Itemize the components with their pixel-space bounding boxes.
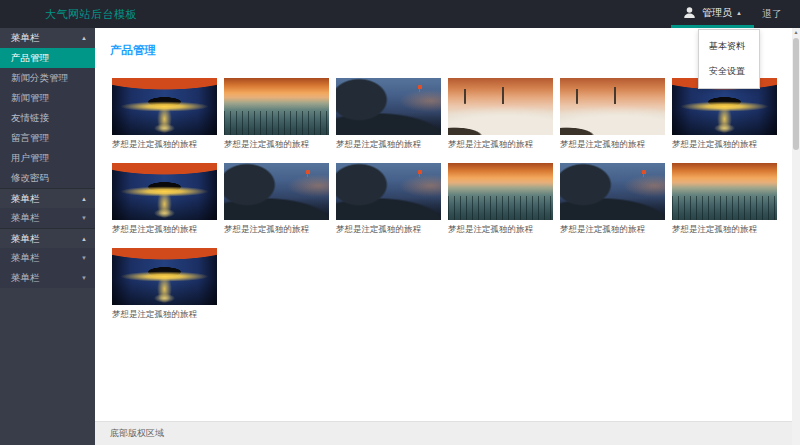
product-card[interactable]: 梦想是注定孤独的旅程 [672,163,777,236]
sidebar-item-label: 留言管理 [11,132,49,143]
sidebar-item-product-management[interactable]: 产品管理 [0,48,95,68]
product-caption: 梦想是注定孤独的旅程 [672,139,777,151]
header-right-nav: 管理员 ▲ 退了 [671,0,800,28]
vertical-scrollbar[interactable]: ▲ [792,28,800,445]
scrollbar-up-arrow-icon[interactable]: ▲ [792,28,800,37]
product-image [112,78,217,135]
product-caption: 梦想是注定孤独的旅程 [672,224,777,236]
product-card[interactable]: 梦想是注定孤独的旅程 [560,78,665,151]
sidebar-group-header-3[interactable]: 菜单栏 ▲ [0,228,95,248]
sidebar-group-label: 菜单栏 [11,32,40,43]
sidebar-item-label: 产品管理 [11,52,49,63]
product-card[interactable]: 梦想是注定孤独的旅程 [112,248,217,321]
app-title: 大气网站后台模板 [0,7,137,22]
footer-text: 底部版权区域 [110,428,164,438]
product-card[interactable]: 梦想是注定孤独的旅程 [112,78,217,151]
admin-app: 大气网站后台模板 管理员 ▲ 退了 基本资料 安全设置 菜单栏 ▲ 产品管理 新… [0,0,800,445]
product-image [672,163,777,220]
product-caption: 梦想是注定孤独的旅程 [560,139,665,151]
sidebar-subitem-menu[interactable]: 菜单栏 ▼ [0,248,95,268]
product-caption: 梦想是注定孤独的旅程 [112,139,217,151]
product-card[interactable]: 梦想是注定孤独的旅程 [560,163,665,236]
sidebar-item-news-management[interactable]: 新闻管理 [0,88,95,108]
product-card[interactable]: 梦想是注定孤独的旅程 [336,163,441,236]
product-card[interactable]: 梦想是注定孤独的旅程 [224,163,329,236]
sidebar-group-header-2[interactable]: 菜单栏 ▲ [0,188,95,208]
sidebar-group-label: 菜单栏 [11,233,40,244]
sidebar-item-label: 用户管理 [11,152,49,163]
sidebar-group-label: 菜单栏 [11,193,40,204]
product-caption: 梦想是注定孤独的旅程 [336,224,441,236]
product-caption: 梦想是注定孤独的旅程 [448,139,553,151]
sidebar-nav: 菜单栏 ▲ 产品管理 新闻分类管理 新闻管理 友情链接 留言管理 用户管理 修改… [0,28,95,445]
page-title: 产品管理 [110,43,792,58]
logout-button[interactable]: 退了 [754,7,800,21]
product-card[interactable]: 梦想是注定孤独的旅程 [336,78,441,151]
product-card[interactable]: 梦想是注定孤独的旅程 [112,163,217,236]
sidebar-item-change-password[interactable]: 修改密码 [0,168,95,188]
product-grid: 梦想是注定孤独的旅程 梦想是注定孤独的旅程 梦想是注定孤独的旅程 梦想是注定孤独… [112,78,784,333]
product-image [224,78,329,135]
footer-copyright-bar: 底部版权区域 [95,421,792,445]
user-menu-trigger[interactable]: 管理员 ▲ [671,0,754,28]
chevron-up-icon: ▲ [81,28,87,48]
menu-item-security-settings[interactable]: 安全设置 [699,59,759,84]
chevron-up-icon: ▲ [736,10,742,16]
chevron-up-icon: ▲ [81,189,87,208]
product-image [224,163,329,220]
user-name: 管理员 [702,6,732,20]
scrollbar-thumb[interactable] [793,38,799,150]
sidebar-subitem-menu[interactable]: 菜单栏 ▼ [0,208,95,228]
main-content: 产品管理 梦想是注定孤独的旅程 梦想是注定孤独的旅程 梦想是注定孤独的旅程 梦想… [95,28,792,445]
chevron-up-icon: ▲ [81,229,87,248]
sidebar-item-label: 新闻管理 [11,92,49,103]
sidebar-item-label: 菜单栏 [11,252,40,263]
product-image [336,78,441,135]
chevron-down-icon: ▼ [81,248,87,268]
sidebar-item-news-category-management[interactable]: 新闻分类管理 [0,68,95,88]
sidebar-item-label: 菜单栏 [11,272,40,283]
user-dropdown-menu: 基本资料 安全设置 [698,29,760,89]
sidebar-subitem-menu[interactable]: 菜单栏 ▼ [0,268,95,288]
user-avatar-icon [683,6,696,19]
product-image [448,163,553,220]
product-card[interactable]: 梦想是注定孤独的旅程 [448,78,553,151]
product-image [560,163,665,220]
menu-item-basic-profile[interactable]: 基本资料 [699,34,759,59]
product-image [560,78,665,135]
chevron-down-icon: ▼ [81,268,87,288]
product-image [336,163,441,220]
product-image [448,78,553,135]
sidebar-item-friend-links[interactable]: 友情链接 [0,108,95,128]
sidebar-group-header-1[interactable]: 菜单栏 ▲ [0,28,95,48]
top-header-bar: 大气网站后台模板 管理员 ▲ 退了 [0,0,800,28]
product-image [112,163,217,220]
product-card[interactable]: 梦想是注定孤独的旅程 [448,163,553,236]
sidebar-item-label: 新闻分类管理 [11,72,68,83]
product-caption: 梦想是注定孤独的旅程 [224,139,329,151]
sidebar-item-label: 友情链接 [11,112,49,123]
sidebar-item-label: 菜单栏 [11,212,40,223]
product-caption: 梦想是注定孤独的旅程 [560,224,665,236]
product-caption: 梦想是注定孤独的旅程 [112,224,217,236]
sidebar-item-user-management[interactable]: 用户管理 [0,148,95,168]
product-caption: 梦想是注定孤独的旅程 [336,139,441,151]
product-caption: 梦想是注定孤独的旅程 [112,309,217,321]
product-image [112,248,217,305]
chevron-down-icon: ▼ [81,208,87,228]
product-card[interactable]: 梦想是注定孤独的旅程 [224,78,329,151]
product-caption: 梦想是注定孤独的旅程 [224,224,329,236]
sidebar-item-label: 修改密码 [11,172,49,183]
product-caption: 梦想是注定孤独的旅程 [448,224,553,236]
sidebar-item-message-management[interactable]: 留言管理 [0,128,95,148]
